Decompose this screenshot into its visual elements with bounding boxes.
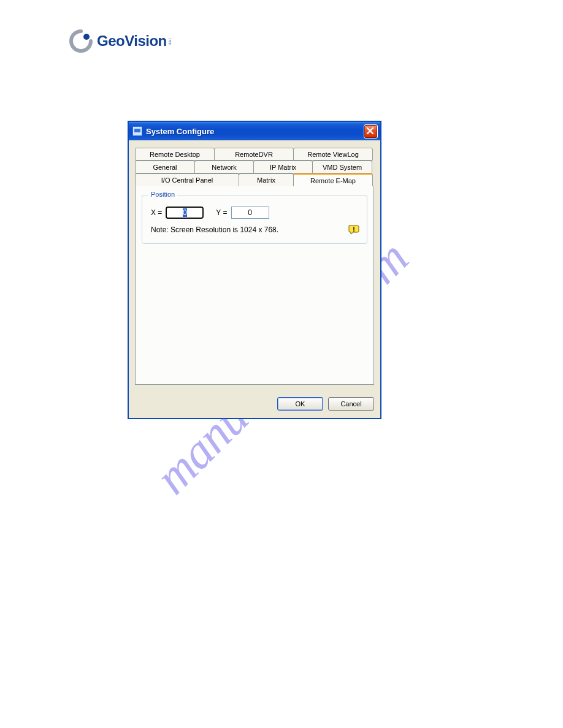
ok-button[interactable]: OK: [277, 397, 323, 411]
tab-remote-emap[interactable]: Remote E-Map: [293, 173, 373, 186]
resolution-note: Note: Screen Resolution is 1024 x 768.: [151, 226, 278, 234]
tab-remote-viewlog[interactable]: Remote ViewLog: [293, 148, 373, 161]
tab-remote-desktop[interactable]: Remote Desktop: [135, 148, 215, 161]
x-label: X =: [151, 208, 162, 217]
tab-control: Remote Desktop RemoteDVR Remote ViewLog …: [135, 148, 374, 385]
tab-label: Remote ViewLog: [307, 151, 359, 158]
tab-label: I/O Central Panel: [161, 176, 213, 184]
svg-rect-2: [353, 230, 354, 232]
tab-label: IP Matrix: [270, 164, 296, 171]
tab-vmd-system[interactable]: VMD System: [312, 161, 372, 173]
tab-label: RemoteDVR: [235, 151, 273, 158]
tab-network[interactable]: Network: [194, 161, 254, 173]
close-icon: [366, 127, 374, 135]
warning-balloon-icon: [348, 225, 359, 235]
tab-general[interactable]: General: [135, 161, 195, 173]
y-label: Y =: [216, 208, 227, 217]
svg-rect-1: [353, 227, 354, 230]
x-input[interactable]: [166, 207, 204, 219]
tab-label: Remote E-Map: [310, 177, 356, 184]
tab-matrix[interactable]: Matrix: [239, 173, 294, 186]
svg-point-0: [83, 34, 90, 40]
y-input[interactable]: [231, 207, 269, 219]
tab-label: VMD System: [323, 164, 362, 171]
logo-mark-icon: [69, 29, 93, 53]
dialog-footer: OK Cancel: [129, 391, 380, 418]
tab-label: Network: [212, 164, 236, 171]
tab-label: Matrix: [257, 176, 275, 184]
logo-suffix: inc: [168, 37, 172, 45]
tab-label: Remote Desktop: [150, 151, 200, 158]
cancel-button[interactable]: Cancel: [328, 397, 374, 411]
dialog-title: System Configure: [146, 127, 364, 136]
tab-label: General: [153, 164, 177, 171]
system-configure-dialog: System Configure Remote Desktop RemoteDV…: [128, 121, 381, 419]
brand-logo: GeoVision inc: [69, 28, 172, 54]
titlebar[interactable]: System Configure: [129, 122, 380, 140]
close-button[interactable]: [364, 124, 378, 138]
logo-text: GeoVision: [97, 32, 167, 50]
tab-panel-remote-emap: Position X = Y = Note: Screen Resolution…: [135, 186, 374, 385]
position-group: Position X = Y = Note: Screen Resolution…: [142, 195, 367, 244]
group-title: Position: [148, 191, 177, 198]
tab-io-central-panel[interactable]: I/O Central Panel: [135, 173, 239, 186]
tab-ip-matrix[interactable]: IP Matrix: [253, 161, 313, 173]
dialog-client-area: Remote Desktop RemoteDVR Remote ViewLog …: [129, 140, 380, 391]
tab-remote-dvr[interactable]: RemoteDVR: [214, 148, 294, 161]
app-icon: [132, 126, 142, 136]
